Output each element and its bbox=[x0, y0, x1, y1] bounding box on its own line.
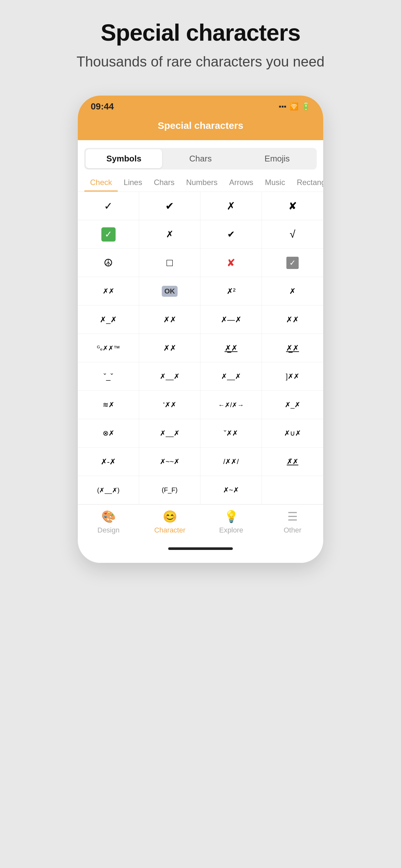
char-cell[interactable]: ✘ bbox=[262, 192, 323, 220]
char-cell[interactable]: ✗✗ bbox=[139, 306, 201, 334]
char-cell[interactable]: ✗~✗ bbox=[201, 476, 262, 504]
category-tabs: Check Lines Chars Numbers Arrows Music R… bbox=[78, 169, 323, 192]
char-cell[interactable]: ✗_✗ bbox=[78, 306, 139, 334]
char-cell[interactable]: ✗∪✗ bbox=[262, 419, 323, 447]
status-icons: ▪▪▪ 🛜 🔋 bbox=[279, 102, 310, 111]
home-indicator bbox=[168, 547, 233, 550]
nav-design-label: Design bbox=[97, 526, 120, 534]
explore-icon: 💡 bbox=[224, 510, 239, 523]
segment-tabs: Symbols Chars Emojis bbox=[84, 148, 317, 169]
phone-frame: 09:44 ▪▪▪ 🛜 🔋 Special characters Symbols… bbox=[78, 96, 323, 563]
nav-explore[interactable]: 💡 Explore bbox=[201, 510, 262, 534]
char-cell[interactable]: ✗ bbox=[262, 277, 323, 306]
char-cell[interactable]: ✗ bbox=[139, 220, 201, 249]
char-cell[interactable]: ✗✗ bbox=[139, 334, 201, 362]
cat-numbers[interactable]: Numbers bbox=[180, 175, 223, 191]
char-cell[interactable]: ✗✗ bbox=[262, 306, 323, 334]
cat-lines[interactable]: Lines bbox=[118, 175, 148, 191]
char-cell[interactable]: ]✗✗ bbox=[262, 362, 323, 391]
char-cell[interactable]: ✘ bbox=[201, 249, 262, 277]
char-cell[interactable]: ✗__✗ bbox=[139, 419, 201, 447]
char-cell[interactable]: ✗̲✗ bbox=[201, 334, 262, 362]
cat-check[interactable]: Check bbox=[84, 175, 118, 191]
char-cell[interactable]: /✗✗/ bbox=[201, 447, 262, 476]
char-cell[interactable]: ✗—✗ bbox=[201, 306, 262, 334]
checkbox-filled: ✓ bbox=[286, 257, 299, 269]
char-cell[interactable]: ✗ bbox=[201, 192, 262, 220]
char-cell[interactable]: ᴳₑ✗✗™ bbox=[78, 334, 139, 362]
char-cell[interactable]: ⊗✗ bbox=[78, 419, 139, 447]
signal-icon: ▪▪▪ bbox=[279, 102, 286, 111]
character-icon: 😊 bbox=[163, 510, 177, 523]
char-cell[interactable]: ✓ bbox=[262, 249, 323, 277]
nav-explore-label: Explore bbox=[219, 526, 243, 534]
cat-chars[interactable]: Chars bbox=[148, 175, 180, 191]
red-x: ✘ bbox=[227, 257, 235, 269]
green-check-emoji: ✓ bbox=[101, 227, 116, 242]
char-cell[interactable]: ←✗/✗→ bbox=[201, 391, 262, 419]
char-cell[interactable]: (✗__✗) bbox=[78, 476, 139, 504]
char-cell-empty bbox=[262, 476, 323, 504]
app-title-bar: Special characters bbox=[78, 115, 323, 140]
char-cell[interactable]: '✗✗ bbox=[139, 391, 201, 419]
char-grid: ✓ ✔ ✗ ✘ ✓ ✗ ✔ √ ☮ □ ✘ ✓ ✗✗ OK ✗² ✗ bbox=[78, 192, 323, 504]
char-cell[interactable]: ✗✗ bbox=[78, 277, 139, 306]
wifi-icon: 🛜 bbox=[289, 102, 298, 111]
char-cell[interactable]: ✗² bbox=[201, 277, 262, 306]
design-icon: 🎨 bbox=[101, 510, 116, 523]
char-cell[interactable]: ✗~~✗ bbox=[139, 447, 201, 476]
tab-chars[interactable]: Chars bbox=[162, 149, 239, 168]
tab-emojis[interactable]: Emojis bbox=[239, 149, 315, 168]
char-cell[interactable]: □ bbox=[139, 249, 201, 277]
char-cell[interactable]: √ bbox=[262, 220, 323, 249]
char-cell[interactable]: ☮ bbox=[78, 249, 139, 277]
char-cell[interactable]: ˘✗✗ bbox=[201, 419, 262, 447]
battery-icon: 🔋 bbox=[302, 102, 310, 111]
char-cell[interactable]: ✗̲✗ bbox=[262, 334, 323, 362]
char-cell[interactable]: ✗-✗ bbox=[78, 447, 139, 476]
nav-character[interactable]: 😊 Character bbox=[139, 510, 201, 534]
cat-arrows[interactable]: Arrows bbox=[223, 175, 259, 191]
char-cell[interactable]: ✔ bbox=[201, 220, 262, 249]
page-title: Special characters bbox=[101, 20, 300, 46]
status-time: 09:44 bbox=[91, 101, 114, 112]
char-cell[interactable]: OK bbox=[139, 277, 201, 306]
char-cell[interactable]: ✗__✗ bbox=[139, 362, 201, 391]
bottom-nav: 🎨 Design 😊 Character 💡 Explore ☰ Other bbox=[78, 504, 323, 547]
phone-body: Symbols Chars Emojis Check Lines Chars N… bbox=[78, 148, 323, 563]
char-cell[interactable]: ✓ bbox=[78, 220, 139, 249]
char-cell[interactable]: ✗__✗ bbox=[201, 362, 262, 391]
char-cell[interactable]: ≋✗ bbox=[78, 391, 139, 419]
app-title-text: Special characters bbox=[158, 120, 243, 131]
ok-box: OK bbox=[162, 286, 178, 297]
tab-symbols[interactable]: Symbols bbox=[86, 149, 162, 168]
status-bar: 09:44 ▪▪▪ 🛜 🔋 bbox=[78, 96, 323, 115]
char-cell[interactable]: ˇ_ˇ bbox=[78, 362, 139, 391]
nav-other[interactable]: ☰ Other bbox=[262, 510, 323, 534]
page-subtitle: Thousands of rare characters you need bbox=[76, 54, 325, 70]
other-icon: ☰ bbox=[287, 510, 298, 523]
char-cell[interactable]: ✔ bbox=[139, 192, 201, 220]
nav-other-label: Other bbox=[283, 526, 301, 534]
phone-header: 09:44 ▪▪▪ 🛜 🔋 Special characters bbox=[78, 96, 323, 140]
cat-music[interactable]: Music bbox=[259, 175, 291, 191]
cat-rectang[interactable]: Rectang bbox=[291, 175, 323, 191]
notch bbox=[165, 96, 236, 111]
char-cell[interactable]: (F_F) bbox=[139, 476, 201, 504]
nav-design[interactable]: 🎨 Design bbox=[78, 510, 139, 534]
char-cell[interactable]: ✗̃✗ bbox=[262, 447, 323, 476]
char-cell[interactable]: ✓ bbox=[78, 192, 139, 220]
char-cell[interactable]: ✗_✗ bbox=[262, 391, 323, 419]
nav-character-label: Character bbox=[154, 526, 186, 534]
